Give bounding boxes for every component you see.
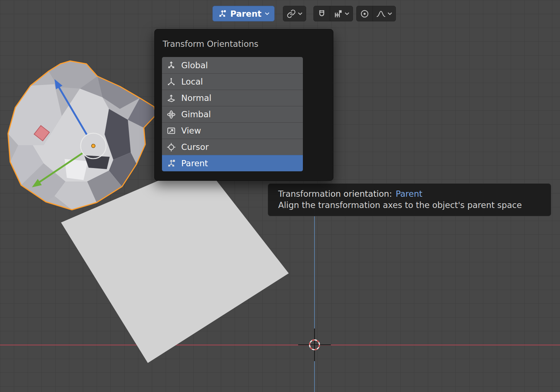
popover-title: Transform Orientations [163,39,259,49]
proportional-editing-toggle-button[interactable] [357,6,373,21]
chevron-down-icon [345,12,349,15]
tooltip: Transformation orientation:Parent Align … [268,183,551,216]
magnet-icon [317,9,326,19]
orientation-option-label: Local [181,77,203,86]
orientation-option-label: Gimbal [181,110,211,119]
orientation-normal-icon [166,93,176,103]
snap-with-link-icon [287,9,296,19]
orientation-view-icon [166,126,176,136]
transform-orientations-popover: Transform Orientations + Global [154,29,333,181]
transform-orientation-parent-icon [218,9,227,19]
orientation-gimbal-icon [166,110,176,119]
tooltip-value: Parent [395,189,422,199]
mesh-object[interactable] [8,61,156,210]
orientation-option-label: Normal [181,93,211,103]
chevron-down-icon [265,12,269,15]
orientation-parent-icon [166,159,176,168]
proportional-editing-circle-icon [360,9,369,19]
snap-with-group [283,6,306,21]
proportional-editing-group [356,6,396,21]
snap-with-button[interactable] [283,6,306,21]
orientation-cursor-icon [166,142,176,152]
snap-increment-icon [333,9,343,19]
chevron-down-icon [298,12,303,15]
orientation-option-global[interactable]: Global [162,57,303,73]
chevron-down-icon [387,12,392,15]
orientation-option-gimbal[interactable]: Gimbal [162,106,303,122]
proportional-falloff-dropdown-button[interactable] [373,6,395,21]
object-origin-dot [92,144,95,148]
orientation-option-parent[interactable]: Parent [162,155,303,171]
orientation-options-list: Global Local [162,57,303,171]
orientation-local-icon [166,77,176,87]
tooltip-title-line: Transformation orientation:Parent [278,188,544,200]
transform-orientation-dropdown-button[interactable]: Parent [212,6,275,21]
orientation-option-normal[interactable]: Normal [162,90,303,106]
viewport-header-toolbar: Parent [212,6,396,21]
3d-cursor [298,328,331,361]
orientation-global-icon [166,60,176,70]
snap-target-button[interactable] [330,6,353,21]
orientation-option-label: Cursor [181,142,209,152]
orientation-option-local[interactable]: Local [162,73,303,90]
orientation-option-view[interactable]: View [162,122,303,139]
orientation-option-label: View [181,126,201,135]
snapping-group [313,6,353,21]
tooltip-description: Align the transformation axes to the obj… [278,200,544,211]
orientation-option-label: Parent [181,159,208,168]
orientation-button-label: Parent [230,9,261,19]
orientation-option-label: Global [181,61,208,70]
blender-3d-viewport[interactable]: Parent [0,0,560,392]
snap-toggle-button[interactable] [314,6,330,21]
tooltip-title: Transformation orientation: [278,189,392,199]
orientation-option-cursor[interactable]: Cursor [162,139,303,155]
falloff-curve-icon [376,9,386,19]
